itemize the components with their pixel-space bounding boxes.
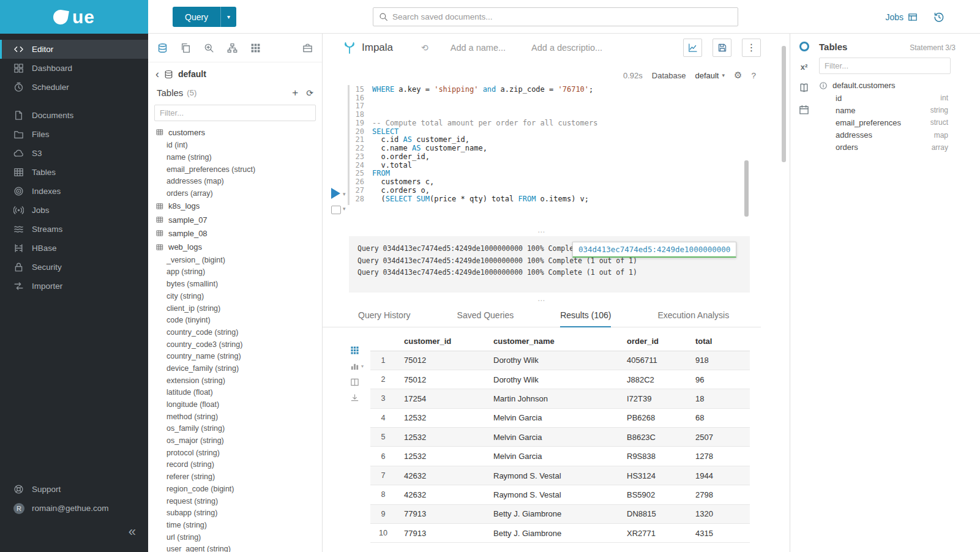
tree-column[interactable]: _version_ (bigint) <box>148 254 322 266</box>
code-line-21[interactable]: 21 c.id AS customer_id, <box>351 136 747 144</box>
back-chevron-icon[interactable]: ‹ <box>155 69 159 80</box>
save-button[interactable] <box>713 39 731 57</box>
chart-view-caret-icon[interactable]: ▾ <box>361 364 364 369</box>
jobs-link[interactable]: Jobs <box>885 12 918 22</box>
tree-column[interactable]: code (tinyint) <box>148 314 322 326</box>
new-query-button[interactable]: Query ▾ <box>173 7 236 27</box>
settings-gear-icon[interactable]: ⚙ <box>734 70 742 81</box>
splitter-handle-2[interactable]: ⋯ <box>323 297 761 304</box>
limit-caret-icon[interactable]: ▾ <box>343 206 346 212</box>
result-row[interactable]: 275012Dorothy WilkJ882C296 <box>370 370 750 389</box>
tree-column[interactable]: country_name (string) <box>148 350 322 362</box>
tree-column[interactable]: referer (string) <box>148 471 322 483</box>
code-line-23[interactable]: 23 o.order_id, <box>351 152 747 161</box>
tree-column[interactable]: email_preferences (struct) <box>148 163 322 176</box>
tab-execution-analysis[interactable]: Execution Analysis <box>657 310 729 327</box>
global-search[interactable] <box>373 7 738 26</box>
ra-column-addresses[interactable]: addressesmap <box>819 129 973 141</box>
execute-options-caret-icon[interactable]: ▾ <box>343 191 346 197</box>
col-header-customer_id[interactable]: customer_id <box>396 332 485 351</box>
result-row[interactable]: 512532Melvin GarciaB8623C2507 <box>370 428 750 447</box>
more-actions-button[interactable]: ⋮ <box>742 39 761 57</box>
result-row[interactable]: 977913Betty J. GiambroneDN88151320 <box>370 504 750 523</box>
help-icon[interactable]: ? <box>751 71 756 80</box>
sidebar-item-support[interactable]: Support <box>0 480 148 499</box>
tree-column[interactable]: record (string) <box>148 459 322 471</box>
active-table-row[interactable]: default.customers <box>819 81 973 90</box>
tree-column[interactable]: region_code (bigint) <box>148 483 322 495</box>
main-scrollbar[interactable] <box>782 46 786 162</box>
sidebar-item-security[interactable]: Security <box>0 258 148 277</box>
query-name-field[interactable]: Add a name... <box>451 43 506 53</box>
col-header-order_id[interactable]: order_id <box>619 332 687 351</box>
session-refresh-icon[interactable]: ⟲ <box>421 43 428 53</box>
code-line-16[interactable]: 16 <box>351 94 747 102</box>
editor-scrollbar[interactable] <box>744 160 749 217</box>
tree-column[interactable]: os_family (string) <box>148 423 322 435</box>
apps-grid-icon[interactable] <box>250 43 261 53</box>
tree-column[interactable]: client_ip (string) <box>148 302 322 315</box>
sidebar-item-tables[interactable]: Tables <box>0 163 148 182</box>
search-input[interactable] <box>392 12 732 21</box>
tree-column[interactable]: url (string) <box>148 531 322 543</box>
code-line-19[interactable]: 19-- Compute total amount per order for … <box>351 119 747 127</box>
tree-column[interactable]: method (string) <box>148 411 322 423</box>
sitemap-icon[interactable] <box>227 43 238 53</box>
result-row[interactable]: 317254Martin JohnsonI72T3918 <box>370 389 750 408</box>
sidebar-item-files[interactable]: Files <box>0 125 148 144</box>
tree-column[interactable]: app (string) <box>148 266 322 278</box>
split-columns-icon[interactable] <box>350 378 359 387</box>
grid-view-icon[interactable] <box>350 346 359 355</box>
tree-column[interactable]: subapp (string) <box>148 507 322 519</box>
tab-query-history[interactable]: Query History <box>358 310 411 327</box>
sidebar-item-streams[interactable]: Streams <box>0 220 148 239</box>
tree-column[interactable]: name (string) <box>148 151 322 163</box>
code-line-17[interactable]: 17 <box>351 102 747 111</box>
tree-column[interactable]: country_code3 (string) <box>148 338 322 351</box>
tree-column[interactable]: longitude (float) <box>148 398 322 411</box>
code-line-27[interactable]: 27 c.orders o, <box>351 186 747 195</box>
tab-results-106[interactable]: Results (106) <box>560 310 611 327</box>
tree-column[interactable]: os_major (string) <box>148 435 322 447</box>
code-line-25[interactable]: 25FROM <box>351 170 747 178</box>
sidebar-item-dashboard[interactable]: Dashboard <box>0 59 148 78</box>
code-line-15[interactable]: 15WHERE a.key = 'shipping' and a.zip_cod… <box>351 85 747 94</box>
tree-column[interactable]: protocol (string) <box>148 447 322 459</box>
tab-saved-queries[interactable]: Saved Queries <box>457 310 514 327</box>
limit-toggle[interactable] <box>331 206 341 214</box>
download-icon[interactable] <box>350 393 359 403</box>
tree-column[interactable]: id (int) <box>148 139 322 151</box>
code-line-20[interactable]: 20SELECT <box>351 127 747 136</box>
chart-button[interactable] <box>683 39 702 57</box>
sidebar-item-hbase[interactable]: HBase <box>0 239 148 258</box>
code-line-22[interactable]: 22 c.name AS customer_name, <box>351 144 747 152</box>
schedule-icon[interactable] <box>799 105 809 115</box>
ra-column-orders[interactable]: ordersarray <box>819 141 973 154</box>
tree-column[interactable]: device_family (string) <box>148 362 322 375</box>
sidebar-collapse-icon[interactable]: « <box>129 525 136 539</box>
chart-view-icon[interactable] <box>350 362 359 371</box>
history-icon[interactable] <box>933 12 944 23</box>
sidebar-item-scheduler[interactable]: Scheduler <box>0 78 148 97</box>
col-header-customer_name[interactable]: customer_name <box>485 332 619 351</box>
sidebar-item-editor[interactable]: Editor <box>0 40 148 59</box>
tree-column[interactable]: country_code (string) <box>148 326 322 338</box>
zoom-in-icon[interactable] <box>204 43 214 53</box>
sidebar-item-s3[interactable]: S3 <box>0 144 148 163</box>
tree-column[interactable]: latitude (float) <box>148 386 322 398</box>
briefcase-icon[interactable] <box>302 43 313 53</box>
functions-icon[interactable]: x² <box>801 63 808 71</box>
database-selector[interactable]: default ▾ <box>695 71 725 80</box>
sidebar-item-jobs[interactable]: Jobs <box>0 201 148 220</box>
code-line-24[interactable]: 24 v.total <box>351 161 747 170</box>
tree-column[interactable]: time (string) <box>148 519 322 531</box>
execute-button[interactable] <box>331 188 340 199</box>
tree-column[interactable]: city (string) <box>148 290 322 302</box>
table-filter-input[interactable] <box>154 105 316 121</box>
tree-column[interactable]: addresses (map) <box>148 175 322 187</box>
add-table-icon[interactable]: + <box>292 88 298 98</box>
code-line-26[interactable]: 26 customers c, <box>351 177 747 186</box>
code-area[interactable]: 15WHERE a.key = 'shipping' and a.zip_cod… <box>351 85 747 203</box>
sidebar-item-indexes[interactable]: Indexes <box>0 182 148 201</box>
tree-column[interactable]: user_agent (string) <box>148 543 322 552</box>
